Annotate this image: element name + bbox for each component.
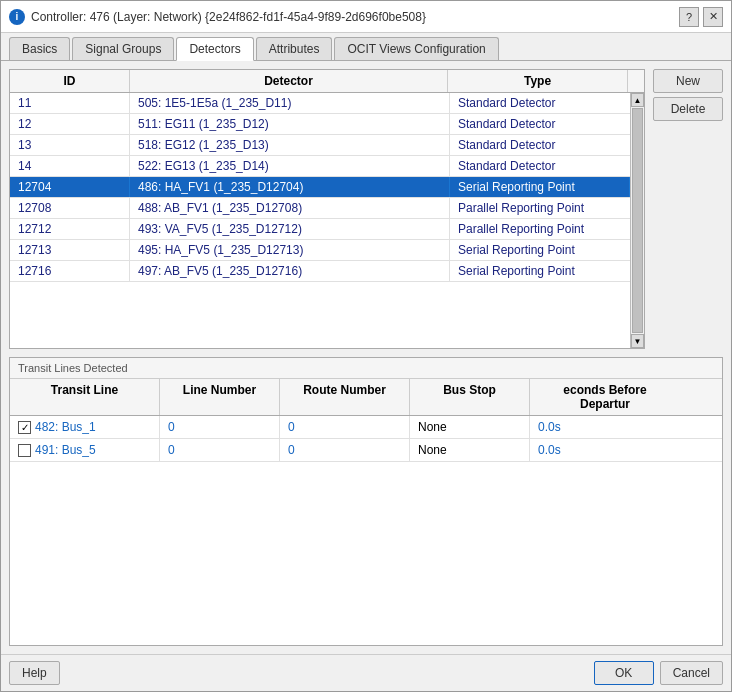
titlebar: i Controller: 476 (Layer: Network) {2e24…	[1, 1, 731, 33]
cell-detector: 511: EG11 (1_235_D12)	[130, 114, 450, 134]
help-titlebar-button[interactable]: ?	[679, 7, 699, 27]
transit-cell-route: 0	[280, 416, 410, 438]
transit-table: Transit Line Line Number Route Number Bu…	[10, 379, 722, 645]
side-buttons: New Delete	[653, 69, 723, 349]
table-wrapper: 11 505: 1E5-1E5a (1_235_D11) Standard De…	[10, 93, 644, 348]
table-row[interactable]: 13 518: EG12 (1_235_D13) Standard Detect…	[10, 135, 630, 156]
scroll-down-arrow[interactable]: ▼	[631, 334, 644, 348]
cell-type: Serial Reporting Point	[450, 177, 630, 197]
header-type: Type	[448, 70, 628, 92]
transit-cell-busstop: None	[410, 439, 530, 461]
main-panel: ID Detector Type 11 505: 1E5-1E5a (1_235…	[9, 69, 723, 349]
cancel-button[interactable]: Cancel	[660, 661, 723, 685]
tab-attributes[interactable]: Attributes	[256, 37, 333, 60]
table-row[interactable]: 12713 495: HA_FV5 (1_235_D12713) Serial …	[10, 240, 630, 261]
cell-id: 12708	[10, 198, 130, 218]
transit-section-title: Transit Lines Detected	[10, 358, 722, 379]
transit-header-number: Line Number	[160, 379, 280, 415]
cell-type: Standard Detector	[450, 93, 630, 113]
table-row[interactable]: 14 522: EG13 (1_235_D14) Standard Detect…	[10, 156, 630, 177]
cell-type: Standard Detector	[450, 156, 630, 176]
transit-cell-seconds: 0.0s	[530, 416, 680, 438]
cell-detector: 497: AB_FV5 (1_235_D12716)	[130, 261, 450, 281]
close-button[interactable]: ✕	[703, 7, 723, 27]
new-button[interactable]: New	[653, 69, 723, 93]
tab-detectors[interactable]: Detectors	[176, 37, 253, 61]
tab-ocit-views[interactable]: OCIT Views Configuration	[334, 37, 498, 60]
cell-detector: 505: 1E5-1E5a (1_235_D11)	[130, 93, 450, 113]
transit-header-line: Transit Line	[10, 379, 160, 415]
footer-right-buttons: OK Cancel	[594, 661, 723, 685]
help-button[interactable]: Help	[9, 661, 60, 685]
cell-id: 13	[10, 135, 130, 155]
cell-type: Standard Detector	[450, 135, 630, 155]
header-id: ID	[10, 70, 130, 92]
app-icon: i	[9, 9, 25, 25]
transit-cell-seconds: 0.0s	[530, 439, 680, 461]
tabs-row: Basics Signal Groups Detectors Attribute…	[1, 33, 731, 61]
main-window: i Controller: 476 (Layer: Network) {2e24…	[0, 0, 732, 692]
cell-detector: 495: HA_FV5 (1_235_D12713)	[130, 240, 450, 260]
tab-basics[interactable]: Basics	[9, 37, 70, 60]
cell-detector: 493: VA_FV5 (1_235_D12712)	[130, 219, 450, 239]
transit-line-label: 482: Bus_1	[35, 420, 96, 434]
cell-detector: 486: HA_FV1 (1_235_D12704)	[130, 177, 450, 197]
cell-detector: 488: AB_FV1 (1_235_D12708)	[130, 198, 450, 218]
transit-header-seconds: econds Before Departur	[530, 379, 680, 415]
transit-cell-line: 491: Bus_5	[10, 439, 160, 461]
transit-row: 491: Bus_5 0 0 None 0.0s	[10, 439, 722, 462]
cell-id: 12	[10, 114, 130, 134]
table-row[interactable]: 11 505: 1E5-1E5a (1_235_D11) Standard De…	[10, 93, 630, 114]
cell-id: 12704	[10, 177, 130, 197]
window-title: Controller: 476 (Layer: Network) {2e24f8…	[31, 10, 673, 24]
header-detector: Detector	[130, 70, 448, 92]
table-header: ID Detector Type	[10, 70, 644, 93]
transit-cell-linenumber: 0	[160, 416, 280, 438]
ok-button[interactable]: OK	[594, 661, 654, 685]
transit-checkbox-1[interactable]: ✓	[18, 421, 31, 434]
footer: Help OK Cancel	[1, 654, 731, 691]
cell-id: 12713	[10, 240, 130, 260]
transit-cell-linenumber: 0	[160, 439, 280, 461]
transit-header-busstop: Bus Stop	[410, 379, 530, 415]
cell-type: Standard Detector	[450, 114, 630, 134]
table-row[interactable]: 12704 486: HA_FV1 (1_235_D12704) Serial …	[10, 177, 630, 198]
transit-line-label: 491: Bus_5	[35, 443, 96, 457]
scroll-thumb[interactable]	[632, 108, 643, 333]
transit-section: Transit Lines Detected Transit Line Line…	[9, 357, 723, 646]
detectors-table-section: ID Detector Type 11 505: 1E5-1E5a (1_235…	[9, 69, 645, 349]
table-row[interactable]: 12716 497: AB_FV5 (1_235_D12716) Serial …	[10, 261, 630, 282]
transit-cell-route: 0	[280, 439, 410, 461]
cell-id: 14	[10, 156, 130, 176]
transit-cell-busstop: None	[410, 416, 530, 438]
cell-id: 12716	[10, 261, 130, 281]
transit-header-route: Route Number	[280, 379, 410, 415]
cell-id: 11	[10, 93, 130, 113]
header-scroll-spacer	[628, 70, 644, 92]
table-row[interactable]: 12712 493: VA_FV5 (1_235_D12712) Paralle…	[10, 219, 630, 240]
cell-type: Parallel Reporting Point	[450, 219, 630, 239]
table-body[interactable]: 11 505: 1E5-1E5a (1_235_D11) Standard De…	[10, 93, 630, 348]
content-area: ID Detector Type 11 505: 1E5-1E5a (1_235…	[1, 61, 731, 654]
table-scrollbar[interactable]: ▲ ▼	[630, 93, 644, 348]
cell-type: Serial Reporting Point	[450, 240, 630, 260]
cell-id: 12712	[10, 219, 130, 239]
transit-row: ✓ 482: Bus_1 0 0 None 0.0s	[10, 416, 722, 439]
cell-detector: 518: EG12 (1_235_D13)	[130, 135, 450, 155]
titlebar-controls: ? ✕	[679, 7, 723, 27]
scroll-up-arrow[interactable]: ▲	[631, 93, 644, 107]
transit-cell-line: ✓ 482: Bus_1	[10, 416, 160, 438]
transit-table-header: Transit Line Line Number Route Number Bu…	[10, 379, 722, 416]
cell-type: Parallel Reporting Point	[450, 198, 630, 218]
table-row[interactable]: 12 511: EG11 (1_235_D12) Standard Detect…	[10, 114, 630, 135]
cell-type: Serial Reporting Point	[450, 261, 630, 281]
transit-checkbox-2[interactable]	[18, 444, 31, 457]
tab-signal-groups[interactable]: Signal Groups	[72, 37, 174, 60]
cell-detector: 522: EG13 (1_235_D14)	[130, 156, 450, 176]
delete-button[interactable]: Delete	[653, 97, 723, 121]
table-row[interactable]: 12708 488: AB_FV1 (1_235_D12708) Paralle…	[10, 198, 630, 219]
